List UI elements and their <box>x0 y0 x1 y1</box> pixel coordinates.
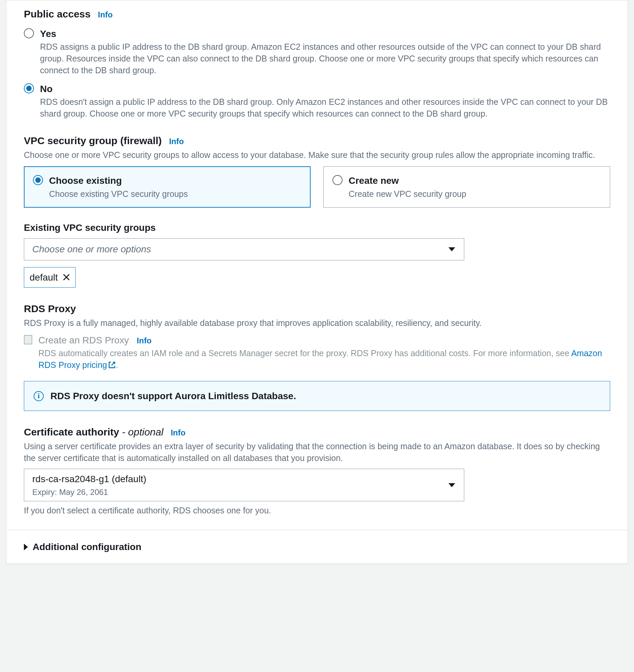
public-access-yes-desc: RDS assigns a public IP address to the D… <box>40 41 610 76</box>
sg-token-label: default <box>29 271 58 284</box>
radio-icon <box>332 175 343 185</box>
ca-select-value: rds-ca-rsa2048-g1 (default) <box>32 473 146 485</box>
public-access-yes-option[interactable]: Yes RDS assigns a public IP address to t… <box>24 27 610 76</box>
existing-sg-placeholder: Choose one or more options <box>32 243 151 256</box>
additional-configuration-expander[interactable]: Additional configuration <box>6 530 628 563</box>
certificate-authority-section: Certificate authority - optional Info Us… <box>24 425 610 517</box>
rds-proxy-alert: i RDS Proxy doesn't support Aurora Limit… <box>24 381 610 411</box>
chevron-right-icon <box>24 544 28 550</box>
info-icon: i <box>33 391 44 401</box>
sg-create-new-desc: Create new VPC security group <box>349 188 466 200</box>
proxy-desc-prefix: RDS automatically creates an IAM role an… <box>38 349 571 358</box>
existing-sg-label: Existing VPC security groups <box>24 221 610 234</box>
create-rds-proxy-label: Create an RDS Proxy <box>38 335 129 345</box>
ca-select[interactable]: rds-ca-rsa2048-g1 (default) Expiry: May … <box>24 469 464 501</box>
ca-desc: Using a server certificate provides an e… <box>24 440 610 464</box>
chevron-down-icon <box>448 247 455 251</box>
ca-optional-tag: - optional <box>119 426 163 437</box>
create-rds-proxy-checkbox <box>24 335 32 344</box>
rds-proxy-desc: RDS Proxy is a fully managed, highly ava… <box>24 317 610 329</box>
public-access-no-desc: RDS doesn't assign a public IP address t… <box>40 96 610 120</box>
create-rds-proxy-row: Create an RDS Proxy Info RDS automatical… <box>24 334 610 371</box>
sg-existing-label: Choose existing <box>49 174 188 187</box>
sg-existing-desc: Choose existing VPC security groups <box>49 188 188 200</box>
ca-title: Certificate authority - optional <box>24 425 163 439</box>
rds-proxy-alert-text: RDS Proxy doesn't support Aurora Limitle… <box>50 389 296 403</box>
close-icon[interactable] <box>63 273 70 281</box>
ca-select-expiry: Expiry: May 26, 2061 <box>32 486 146 498</box>
public-access-info-link[interactable]: Info <box>98 10 113 19</box>
public-access-section: Public access Info Yes RDS assigns a pub… <box>24 7 610 120</box>
external-link-icon <box>108 360 116 371</box>
ca-hint: If you don't select a certificate author… <box>24 505 610 517</box>
sg-create-new-label: Create new <box>349 174 466 187</box>
additional-configuration-label: Additional configuration <box>32 540 142 553</box>
public-access-no-option[interactable]: No RDS doesn't assign a public IP addres… <box>24 82 610 120</box>
rds-proxy-title: RDS Proxy <box>24 302 605 316</box>
public-access-title: Public access <box>24 7 90 21</box>
vpc-sg-info-link[interactable]: Info <box>169 137 184 146</box>
sg-token-default: default <box>24 267 76 288</box>
rds-proxy-info-link[interactable]: Info <box>137 336 151 345</box>
sg-create-new-tile[interactable]: Create new Create new VPC security group <box>323 166 610 207</box>
public-access-yes-label: Yes <box>40 27 610 40</box>
vpc-security-group-section: VPC security group (firewall) Info Choos… <box>24 134 610 288</box>
create-rds-proxy-desc: RDS automatically creates an IAM role an… <box>38 347 610 371</box>
radio-icon <box>33 175 43 185</box>
vpc-sg-title: VPC security group (firewall) <box>24 134 162 148</box>
ca-title-text: Certificate authority <box>24 426 119 437</box>
sg-choose-existing-tile[interactable]: Choose existing Choose existing VPC secu… <box>24 166 311 207</box>
ca-info-link[interactable]: Info <box>171 428 186 437</box>
existing-sg-select[interactable]: Choose one or more options <box>24 238 464 260</box>
public-access-no-label: No <box>40 82 610 95</box>
radio-icon <box>24 28 34 38</box>
chevron-down-icon <box>448 483 455 487</box>
connectivity-card: Public access Info Yes RDS assigns a pub… <box>6 0 628 564</box>
rds-proxy-section: RDS Proxy RDS Proxy is a fully managed, … <box>24 302 610 411</box>
radio-icon <box>24 83 34 93</box>
vpc-sg-desc: Choose one or more VPC security groups t… <box>24 149 610 161</box>
